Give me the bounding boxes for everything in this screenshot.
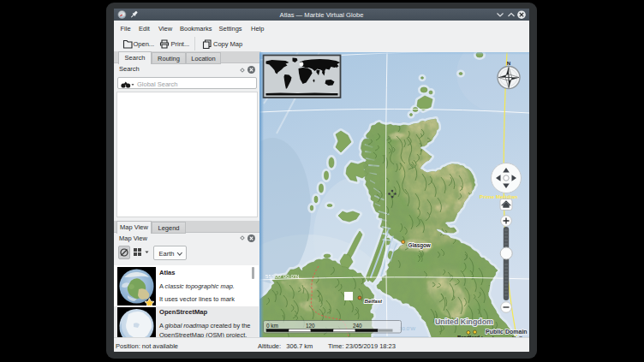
svg-text:United Kingdom: United Kingdom (435, 317, 493, 326)
svg-text:Leeds: Leeds (481, 335, 497, 338)
svg-text:55° 00' 00.0"N: 55° 00' 00.0"N (265, 273, 300, 279)
svg-text:Copy Map: Copy Map (213, 40, 242, 48)
svg-text:Hull: Hull (512, 335, 522, 338)
svg-text:Bradford: Bradford (457, 334, 480, 337)
svg-text:Prime Meridian: Prime Meridian (480, 193, 518, 199)
svg-text:Print...: Print... (171, 40, 190, 48)
svg-text:N: N (507, 60, 511, 66)
svg-text:120: 120 (306, 323, 315, 329)
svg-text:Glasgow: Glasgow (408, 242, 431, 249)
svg-text:240: 240 (353, 323, 362, 329)
svg-text:Belfast: Belfast (365, 298, 384, 304)
svg-text:Public Domain: Public Domain (486, 329, 528, 335)
svg-text:0 km: 0 km (266, 323, 278, 329)
svg-text:Open...: Open... (134, 40, 155, 48)
